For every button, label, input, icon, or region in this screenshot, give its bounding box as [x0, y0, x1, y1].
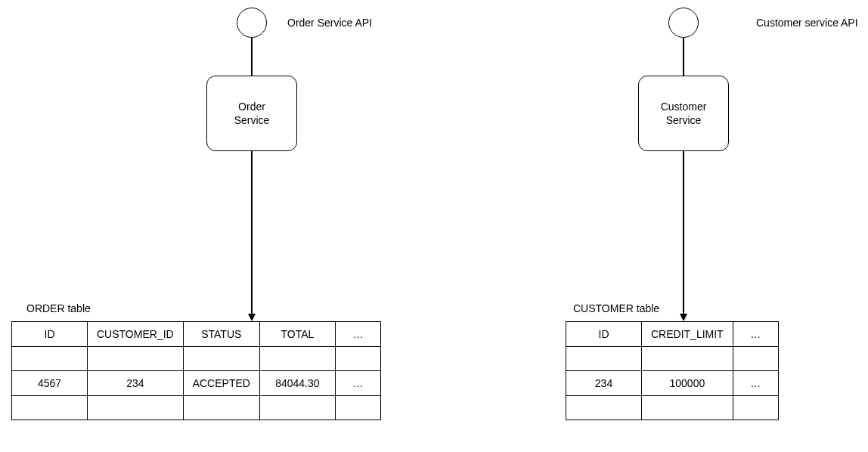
order-cell-empty — [259, 347, 335, 371]
customer-cell-empty — [733, 396, 778, 420]
customer-api-to-service-line — [683, 38, 684, 76]
table-header-row: ID CREDIT_LIMIT … — [566, 322, 779, 347]
order-api-to-service-line — [251, 38, 253, 76]
order-cell-empty — [335, 347, 380, 371]
table-row — [12, 396, 381, 420]
customer-table: ID CREDIT_LIMIT … 234 100000 … — [566, 321, 779, 420]
order-col-total: TOTAL — [259, 322, 335, 347]
customer-col-more: … — [733, 322, 778, 347]
order-cell-empty — [88, 396, 184, 420]
table-row — [566, 396, 779, 420]
order-cell-empty — [259, 396, 335, 420]
order-cell-status: ACCEPTED — [183, 371, 259, 396]
customer-cell-empty — [733, 347, 778, 371]
order-col-id: ID — [12, 322, 88, 347]
order-cell-empty — [12, 347, 88, 371]
order-cell-empty — [183, 347, 259, 371]
customer-cell-empty — [566, 347, 642, 371]
customer-cell-empty — [642, 396, 733, 420]
order-arrowhead-icon — [248, 314, 256, 321]
order-table-label: ORDER table — [26, 302, 91, 314]
customer-service-label-line2: Service — [666, 113, 702, 127]
table-header-row: ID CUSTOMER_ID STATUS TOTAL … — [12, 322, 381, 347]
order-cell-id: 4567 — [12, 371, 88, 396]
diagram-container: Order Service API Order Service ORDER ta… — [0, 0, 868, 452]
customer-table-label: CUSTOMER table — [573, 302, 659, 314]
customer-api-circle — [668, 8, 699, 38]
order-cell-more: … — [335, 371, 380, 396]
customer-cell-id: 234 — [566, 371, 642, 396]
order-col-more: … — [335, 322, 380, 347]
order-api-circle — [237, 8, 267, 38]
customer-cell-empty — [566, 396, 642, 420]
order-col-status: STATUS — [183, 322, 259, 347]
customer-cell-credit-limit: 100000 — [642, 371, 733, 396]
order-col-customer-id: CUSTOMER_ID — [88, 322, 184, 347]
table-row — [566, 347, 779, 371]
order-cell-empty — [12, 396, 88, 420]
order-service-to-table-line — [251, 151, 253, 314]
table-row: 234 100000 … — [566, 371, 779, 396]
customer-service-box: Customer Service — [638, 76, 729, 151]
order-api-label: Order Service API — [287, 17, 372, 29]
table-row: 4567 234 ACCEPTED 84044.30 … — [12, 371, 381, 396]
order-cell-customer-id: 234 — [88, 371, 184, 396]
customer-col-id: ID — [566, 322, 642, 347]
customer-service-label-line1: Customer — [661, 100, 707, 113]
order-service-label-line2: Service — [234, 113, 270, 127]
customer-service-to-table-line — [683, 151, 684, 314]
order-cell-empty — [88, 347, 184, 371]
order-service-label-line1: Order — [238, 100, 265, 113]
customer-col-credit-limit: CREDIT_LIMIT — [642, 322, 733, 347]
customer-cell-empty — [642, 347, 733, 371]
customer-api-label: Customer service API — [756, 17, 858, 29]
order-cell-empty — [183, 396, 259, 420]
order-table: ID CUSTOMER_ID STATUS TOTAL … 4567 234 A… — [11, 321, 381, 420]
customer-arrowhead-icon — [680, 314, 687, 321]
customer-cell-more: … — [733, 371, 778, 396]
order-cell-empty — [335, 396, 380, 420]
order-service-box: Order Service — [206, 76, 297, 151]
table-row — [12, 347, 381, 371]
order-cell-total: 84044.30 — [259, 371, 335, 396]
